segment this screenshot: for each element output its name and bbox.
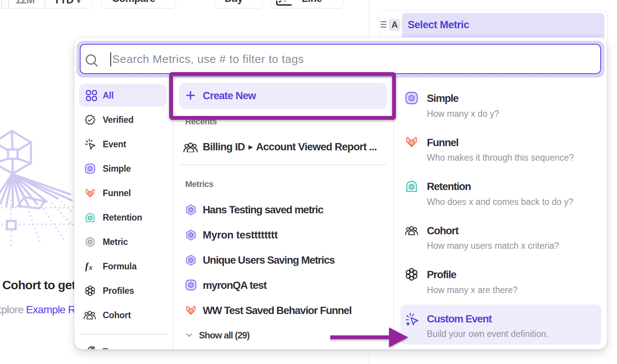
svg-text:x: x	[88, 263, 92, 271]
